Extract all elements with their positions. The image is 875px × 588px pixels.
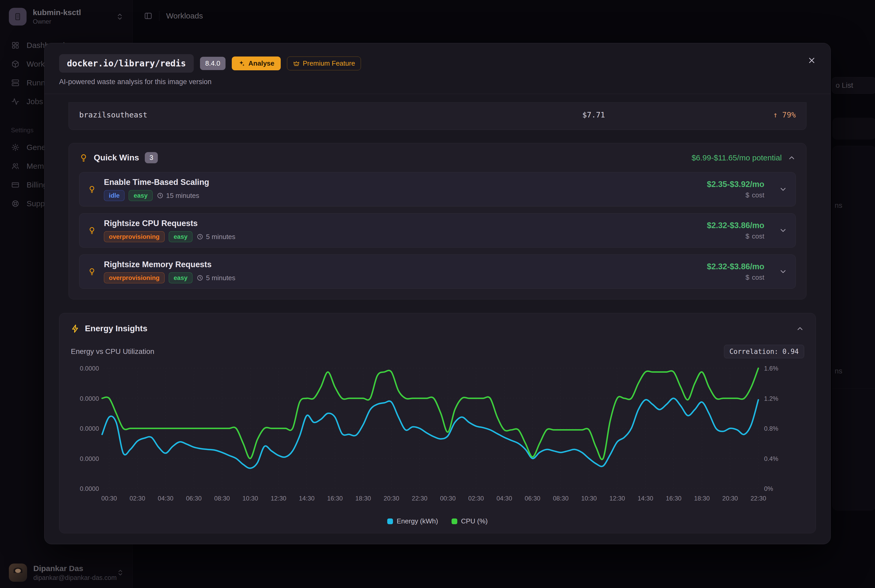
svg-text:0%: 0% — [764, 485, 773, 492]
energy-insights-header[interactable]: Energy Insights — [59, 324, 816, 333]
legend-swatch-cpu — [452, 519, 457, 524]
svg-text:0.0000: 0.0000 — [80, 365, 99, 372]
quick-wins-potential: $6.99-$11.65/mo potential — [692, 153, 782, 162]
image-reference-pill: docker.io/library/redis — [59, 54, 194, 73]
lightbulb-icon — [88, 185, 96, 194]
svg-text:00:30: 00:30 — [101, 495, 117, 502]
svg-text:20:30: 20:30 — [722, 495, 738, 502]
analyse-button[interactable]: Analyse — [232, 57, 281, 70]
svg-text:02:30: 02:30 — [468, 495, 484, 502]
clock-icon — [197, 274, 203, 281]
svg-text:04:30: 04:30 — [158, 495, 173, 502]
svg-text:00:30: 00:30 — [440, 495, 456, 502]
svg-text:1.6%: 1.6% — [764, 365, 778, 372]
modal-subtitle: AI-powered waste analysis for this image… — [59, 78, 816, 86]
svg-text:16:30: 16:30 — [327, 495, 343, 502]
duration-label: 5 minutes — [206, 274, 236, 282]
quick-wins-title: Quick Wins — [94, 153, 139, 162]
energy-cpu-chart: 0.00000%0.00000.4%0.00000.8%0.00001.2%0.… — [59, 360, 816, 517]
modal-header: docker.io/library/redis 8.4.0 Analyse — [45, 43, 830, 94]
clock-icon — [197, 233, 203, 240]
premium-feature-label: Premium Feature — [303, 59, 355, 68]
svg-text:22:30: 22:30 — [750, 495, 766, 502]
chart-legend: Energy (kWh) CPU (%) — [59, 517, 816, 525]
cost-label: $cost — [746, 273, 764, 282]
svg-text:12:30: 12:30 — [270, 495, 286, 502]
quick-win-title: Rightsize CPU Requests — [104, 219, 236, 228]
savings-value: $2.32-$3.86/mo — [707, 221, 764, 230]
chevron-up-icon[interactable] — [796, 324, 804, 333]
quick-win-item[interactable]: Enable Time-Based Scaling idle easy — [79, 172, 796, 207]
cost-label-text: cost — [752, 232, 764, 240]
region-name: brazilsoutheast — [79, 110, 582, 119]
analyse-button-label: Analyse — [248, 59, 275, 68]
quick-win-item[interactable]: Rightsize CPU Requests overprovisioning … — [79, 213, 796, 248]
chevron-down-icon[interactable] — [779, 226, 787, 235]
clock-icon — [157, 192, 164, 199]
close-button[interactable] — [806, 55, 818, 66]
tag-idle: idle — [104, 190, 125, 201]
up-arrow-icon: ↑ — [773, 110, 777, 119]
duration: 5 minutes — [197, 274, 236, 282]
svg-text:08:30: 08:30 — [553, 495, 569, 502]
correlation-badge: Correlation: 0.94 — [724, 345, 804, 358]
legend-item-cpu: CPU (%) — [452, 517, 488, 525]
sparkles-icon — [238, 60, 245, 67]
duration: 15 minutes — [157, 192, 199, 200]
svg-text:0.0000: 0.0000 — [80, 485, 99, 492]
legend-item-energy: Energy (kWh) — [387, 517, 438, 525]
svg-text:0.0000: 0.0000 — [80, 395, 99, 402]
svg-text:08:30: 08:30 — [214, 495, 230, 502]
svg-text:02:30: 02:30 — [129, 495, 145, 502]
chevron-up-icon[interactable] — [788, 154, 796, 162]
energy-insights-section: Energy Insights Energy vs CPU Utilizatio… — [59, 313, 816, 533]
tag-overprovisioning: overprovisioning — [104, 272, 165, 284]
cost-label-text: cost — [752, 273, 764, 282]
dollar-icon: $ — [746, 191, 749, 199]
cost-label: $cost — [746, 191, 764, 199]
region-trend-value: 79% — [782, 110, 796, 119]
chevron-down-icon[interactable] — [779, 185, 787, 194]
chevron-down-icon[interactable] — [779, 267, 787, 276]
svg-text:0.0000: 0.0000 — [80, 455, 99, 462]
region-row[interactable]: brazilsoutheast $7.71 ↑ 79% — [69, 103, 806, 130]
dollar-icon: $ — [746, 232, 749, 240]
svg-text:0.4%: 0.4% — [764, 455, 778, 462]
legend-label-energy: Energy (kWh) — [396, 517, 438, 525]
duration: 5 minutes — [197, 233, 236, 241]
svg-text:14:30: 14:30 — [299, 495, 315, 502]
lightbulb-icon — [88, 267, 96, 276]
cost-label-text: cost — [752, 191, 764, 199]
quick-win-item[interactable]: Rightsize Memory Requests overprovisioni… — [79, 254, 796, 289]
premium-feature-badge: Premium Feature — [287, 57, 361, 70]
svg-text:1.2%: 1.2% — [764, 395, 778, 402]
crown-icon — [293, 60, 300, 67]
modal-body: brazilsoutheast $7.71 ↑ 79% Quick Wins 3… — [45, 94, 830, 533]
cost-label: $cost — [746, 232, 764, 240]
svg-text:0.8%: 0.8% — [764, 425, 778, 432]
tag-overprovisioning: overprovisioning — [104, 231, 165, 242]
tag-easy: easy — [169, 272, 192, 284]
region-cost: $7.71 — [582, 110, 762, 119]
lightbulb-icon — [88, 226, 96, 235]
svg-text:0.0000: 0.0000 — [80, 425, 99, 432]
savings-value: $2.35-$3.92/mo — [707, 180, 764, 189]
duration-label: 15 minutes — [166, 192, 199, 200]
legend-label-cpu: CPU (%) — [461, 517, 488, 525]
svg-text:18:30: 18:30 — [694, 495, 710, 502]
tag-easy: easy — [129, 190, 152, 201]
svg-text:18:30: 18:30 — [356, 495, 371, 502]
svg-text:16:30: 16:30 — [666, 495, 681, 502]
image-analysis-modal: docker.io/library/redis 8.4.0 Analyse — [44, 43, 831, 544]
legend-swatch-energy — [387, 519, 393, 524]
lightbulb-icon — [79, 153, 88, 162]
svg-text:04:30: 04:30 — [496, 495, 512, 502]
quick-wins-header[interactable]: Quick Wins 3 $6.99-$11.65/mo potential — [79, 152, 796, 163]
duration-label: 5 minutes — [206, 233, 236, 241]
lightning-bolt-icon — [71, 324, 80, 333]
svg-text:06:30: 06:30 — [525, 495, 540, 502]
quick-win-title: Rightsize Memory Requests — [104, 260, 236, 269]
svg-text:10:30: 10:30 — [581, 495, 597, 502]
quick-wins-section: Quick Wins 3 $6.99-$11.65/mo potential — [69, 143, 806, 300]
svg-text:10:30: 10:30 — [242, 495, 258, 502]
